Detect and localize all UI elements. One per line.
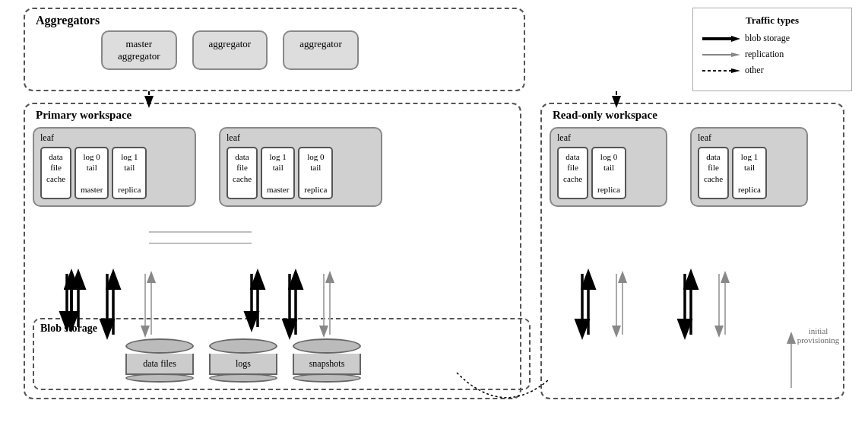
blob-storage-box: Blob storage data files logs snapshots <box>33 318 531 390</box>
cylinder-logs: logs <box>209 338 277 383</box>
primary-leaf-1-log0: log 0tailmaster <box>74 147 109 199</box>
cylinder-logs-label: logs <box>209 354 277 375</box>
readonly-leaf-2-label: leaf <box>698 132 711 144</box>
primary-leaf-1-data-cache: datafilecache <box>40 147 71 199</box>
primary-leaf-2-nodes: datafilecache log 1tailmaster log 0tailr… <box>227 147 375 199</box>
aggregators-nodes: masteraggregator aggregator aggregator <box>101 30 359 70</box>
primary-leaf-2: leaf datafilecache log 1tailmaster log 0… <box>219 127 382 207</box>
cylinder-group: data files logs snapshots <box>125 338 361 383</box>
cylinder-snapshots: snapshots <box>293 338 361 383</box>
primary-leaf-1: leaf datafilecache log 0tailmaster log 1… <box>33 127 196 207</box>
primary-leaf-1-nodes: datafilecache log 0tailmaster log 1tailr… <box>40 147 188 199</box>
cylinder-data-files: data files <box>125 338 194 383</box>
primary-leaf-2-label: leaf <box>227 132 240 144</box>
primary-workspace: Primary workspace leaf datafilecache log… <box>24 103 521 399</box>
readonly-leaf-2-nodes: datafilecache log 1tailreplica <box>698 147 800 199</box>
legend-blob-label: blob storage <box>745 33 790 44</box>
readonly-workspace: Read-only workspace leaf datafilecache l… <box>540 103 844 399</box>
cylinder-data-files-label: data files <box>125 354 194 375</box>
legend-box: Traffic types blob storage replication o… <box>692 8 852 91</box>
svg-marker-5 <box>731 68 740 73</box>
primary-workspace-label: Primary workspace <box>36 109 131 122</box>
primary-leaf-1-log1: log 1tailreplica <box>112 147 147 199</box>
master-aggregator-node: masteraggregator <box>101 30 177 70</box>
readonly-leaf-1-nodes: datafilecache log 0tailreplica <box>557 147 660 199</box>
blob-storage-label: Blob storage <box>40 322 523 335</box>
primary-leaf-2-log1: log 1tailmaster <box>261 147 295 199</box>
primary-leaf-2-data-cache: datafilecache <box>227 147 258 199</box>
diagram-container: Traffic types blob storage replication o… <box>16 8 852 422</box>
aggregators-box: Aggregators masteraggregator aggregator … <box>24 8 525 91</box>
readonly-leaf-2-data-cache: datafilecache <box>698 147 729 199</box>
primary-leaf-1-label: leaf <box>40 132 54 144</box>
initial-provisioning-label: initialprovisioning <box>786 326 851 345</box>
legend-other: other <box>702 65 842 76</box>
readonly-leaf-1: leaf datafilecache log 0tailreplica <box>550 127 667 207</box>
legend-other-label: other <box>745 65 764 76</box>
primary-leaf-2-log0: log 0tailreplica <box>298 147 333 199</box>
legend-replication: replication <box>702 49 842 60</box>
aggregators-label: Aggregators <box>36 14 100 27</box>
readonly-workspace-label: Read-only workspace <box>553 109 657 122</box>
legend-replication-label: replication <box>745 49 784 60</box>
aggregator-node-1: aggregator <box>192 30 268 70</box>
readonly-leaf-1-label: leaf <box>557 132 571 144</box>
readonly-leaf-2-log1: log 1tailreplica <box>732 147 767 199</box>
svg-marker-1 <box>731 36 740 42</box>
readonly-leaf-1-data-cache: datafilecache <box>557 147 588 199</box>
svg-marker-3 <box>731 52 740 57</box>
readonly-leaf-2: leaf datafilecache log 1tailreplica <box>690 127 808 207</box>
legend-title: Traffic types <box>702 14 842 27</box>
legend-blob-storage: blob storage <box>702 33 842 44</box>
aggregator-node-2: aggregator <box>283 30 359 70</box>
cylinder-snapshots-label: snapshots <box>293 354 361 375</box>
readonly-leaf-1-log0: log 0tailreplica <box>591 147 626 199</box>
